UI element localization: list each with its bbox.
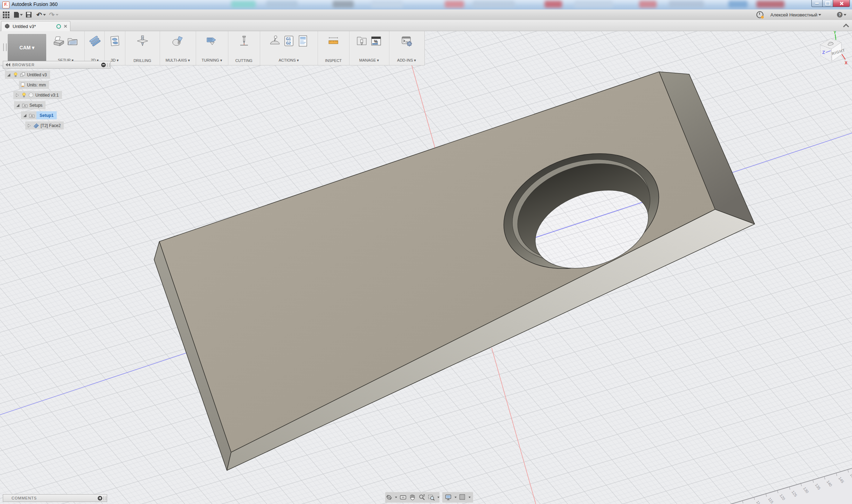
- app-launcher-button[interactable]: [3, 9, 9, 20]
- visibility-bulb-icon[interactable]: [21, 92, 27, 98]
- ribbon-group-label[interactable]: TURNING ▾: [196, 58, 228, 63]
- window-zoom-icon[interactable]: [428, 494, 435, 501]
- component-icon: [20, 72, 25, 77]
- visibility-bulb-icon[interactable]: [13, 72, 18, 77]
- workspace-switcher[interactable]: CAM ▾: [8, 34, 46, 61]
- pan-icon[interactable]: [409, 494, 416, 501]
- close-icon: [839, 1, 844, 6]
- ribbon-group-label[interactable]: MULTI-AXIS ▾: [160, 58, 196, 63]
- chevron-down-icon[interactable]: [437, 497, 439, 498]
- remove-panel-icon[interactable]: [101, 63, 106, 67]
- minimize-button[interactable]: [811, 0, 823, 7]
- ribbon-group-manage: % MANAGE ▾: [349, 31, 389, 65]
- orbit-icon[interactable]: [386, 494, 393, 501]
- comments-panel-header[interactable]: COMMENTS: [3, 494, 107, 502]
- browser-row-component[interactable]: Untitled v3:1: [13, 91, 62, 99]
- post-process-button[interactable]: [269, 35, 281, 47]
- new-folder-button[interactable]: [67, 35, 79, 47]
- svg-text:%: %: [374, 39, 378, 44]
- measure-button[interactable]: [327, 35, 339, 47]
- browser-row-label[interactable]: Untitled v3: [27, 72, 47, 77]
- expanded-icon[interactable]: [22, 113, 27, 118]
- maximize-button[interactable]: [823, 0, 833, 7]
- browser-row-setups[interactable]: Setups: [14, 101, 46, 109]
- add-comment-icon[interactable]: [98, 496, 102, 500]
- browser-row-root[interactable]: Untitled v3: [5, 71, 50, 79]
- chevron-down-icon[interactable]: [395, 497, 397, 498]
- setups-folder-icon: [22, 103, 28, 108]
- redo-button[interactable]: ↷: [49, 9, 58, 20]
- setup-folder-icon: [29, 113, 35, 118]
- collapse-panel-icon[interactable]: [6, 63, 8, 66]
- ribbon-group-cutting: CUTTING: [228, 31, 260, 65]
- cutting-button[interactable]: [238, 35, 250, 47]
- panel-grip-icon[interactable]: [107, 63, 110, 67]
- ribbon-collapse-icon[interactable]: [844, 23, 848, 27]
- ruler-label: 125: [791, 490, 798, 497]
- close-button[interactable]: [833, 0, 850, 7]
- turning-button[interactable]: [206, 35, 218, 47]
- notifications-button[interactable]: [756, 9, 763, 20]
- window-title: Autodesk Fusion 360: [12, 1, 58, 7]
- expanded-icon[interactable]: [6, 72, 11, 77]
- chevron-down-icon: [20, 14, 23, 16]
- zoom-icon[interactable]: [418, 494, 425, 501]
- expanded-icon[interactable]: [15, 103, 20, 108]
- ribbon-group-label[interactable]: CUTTING: [228, 58, 260, 63]
- 2d-milling-button[interactable]: [89, 35, 101, 47]
- chevron-down-icon: [56, 14, 58, 16]
- ribbon-group-2d: 2D ▾: [85, 31, 105, 65]
- user-account-menu[interactable]: Алексей Неизвестный: [770, 9, 821, 20]
- viewcube[interactable]: RIGHT Y Z X: [813, 31, 852, 71]
- g1g2-simulate-button[interactable]: G1 G2: [283, 35, 295, 47]
- ruler-label: 150: [849, 472, 852, 480]
- ribbon-group-turning: TURNING ▾: [196, 31, 228, 65]
- machining-time-button[interactable]: %: [370, 35, 382, 47]
- browser-row-label[interactable]: Setups: [29, 103, 42, 108]
- ribbon-group-label[interactable]: DRILLING: [125, 58, 160, 63]
- ribbon-group-label[interactable]: ACTIONS ▾: [260, 58, 318, 63]
- grid-settings-icon[interactable]: [459, 494, 466, 501]
- browser-row-label[interactable]: [T2] Face2: [41, 123, 61, 128]
- ribbon-group-label[interactable]: ADD-INS ▾: [389, 58, 424, 63]
- browser-row-label-selected[interactable]: Setup1: [36, 111, 57, 119]
- chevron-down-icon[interactable]: [455, 497, 457, 498]
- toolbar-grip[interactable]: [3, 43, 7, 51]
- titlebar[interactable]: F. Autodesk Fusion 360: [0, 0, 852, 10]
- tab-close-icon[interactable]: [64, 24, 67, 28]
- fusion-app-icon: F.: [2, 1, 9, 8]
- browser-row-label[interactable]: Units: mm: [27, 83, 46, 88]
- file-menu-button[interactable]: [14, 9, 23, 20]
- multi-axis-button[interactable]: [172, 35, 184, 47]
- tool-library-button[interactable]: [356, 35, 368, 47]
- look-at-icon[interactable]: [400, 494, 407, 501]
- ribbon-group-addins: ADD-INS ▾: [389, 31, 424, 65]
- drilling-button[interactable]: [137, 35, 148, 47]
- ribbon-group-multiaxis: MULTI-AXIS ▾: [160, 31, 196, 65]
- help-menu[interactable]: ?: [837, 9, 846, 20]
- 3d-milling-button[interactable]: [109, 35, 121, 47]
- browser-row-setup1[interactable]: Setup1: [21, 111, 57, 119]
- document-tab[interactable]: Untitled v3*: [1, 21, 70, 31]
- new-setup-button[interactable]: [53, 35, 65, 47]
- browser-panel-header[interactable]: BROWSER: [3, 61, 111, 69]
- undo-button[interactable]: ↶: [36, 9, 46, 20]
- display-settings-icon[interactable]: [445, 494, 452, 501]
- ruler-label: 135: [814, 483, 821, 490]
- chevron-down-icon[interactable]: [469, 497, 471, 498]
- panel-grip-icon[interactable]: [104, 496, 106, 500]
- viewport-canvas[interactable]: 105 110 115 120 125 130 135 140 145 150: [0, 0, 852, 504]
- browser-row-toolpath[interactable]: [T2] Face2: [25, 121, 64, 130]
- setup-sheet-button[interactable]: [297, 35, 309, 47]
- ribbon-group-label[interactable]: MANAGE ▾: [349, 58, 389, 63]
- ribbon-group-drilling: DRILLING: [125, 31, 160, 65]
- ribbon-group-label[interactable]: INSPECT: [318, 58, 349, 63]
- y-axis-label: Y: [833, 31, 836, 35]
- browser-row-label[interactable]: Untitled v3:1: [35, 93, 59, 98]
- browser-row-units[interactable]: Units: mm: [19, 81, 49, 89]
- background-window-blur: [728, 1, 748, 8]
- collapsed-icon[interactable]: [15, 93, 20, 98]
- save-button[interactable]: [26, 9, 32, 20]
- scripts-addins-button[interactable]: [401, 35, 413, 47]
- collapsed-icon[interactable]: [27, 123, 32, 128]
